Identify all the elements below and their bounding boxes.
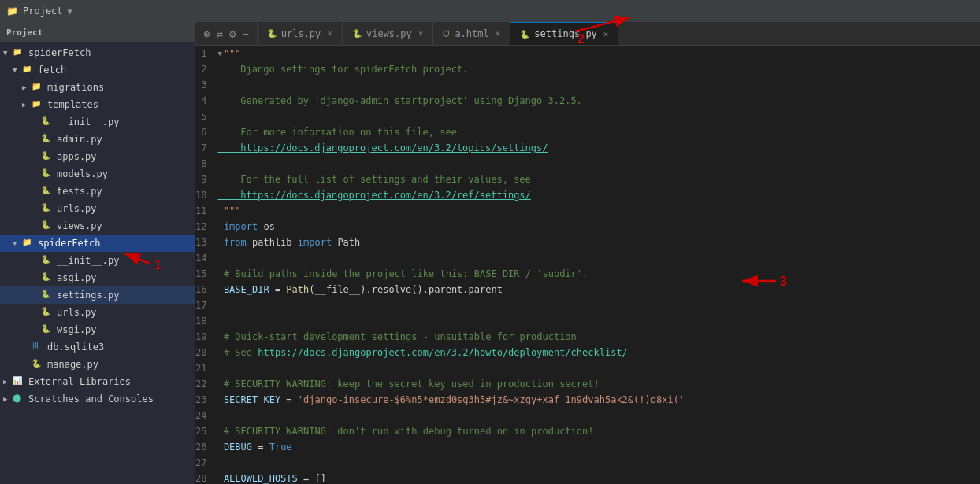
code-text: For the full list of settings and their … [217,172,530,187]
code-line-14 [217,250,974,266]
code-line-25: # SECURITY WARNING: don't run with debug… [217,423,974,439]
sidebar-header: Project [0,22,195,42]
code-text: """ [224,46,241,61]
title-bar-left: 📁 Project ▼ [6,6,72,17]
code-line-15: # Build paths inside the project like th… [217,266,974,282]
sidebar-item-spiderfetch[interactable]: ▼ 📁 spiderFetch [0,235,195,252]
py-file-icon: 🐍 [41,307,54,318]
sidebar-item-init-fetch[interactable]: 🐍 __init__.py [0,113,195,131]
code-text: import [298,235,338,250]
tab-views[interactable]: 🐍 views.py ✕ [343,22,433,45]
folder-icon: 📁 [32,82,44,93]
sidebar-item-urls-fetch[interactable]: 🐍 urls.py [0,200,195,217]
globe-icon[interactable]: ⊕ [203,28,210,40]
sidebar-item-admin[interactable]: 🐍 admin.py [0,131,195,148]
sidebar-item-label: admin.py [57,134,102,145]
py-file-icon: 🐍 [32,359,44,370]
project-label: Project [23,6,63,17]
fold-arrow-icon [217,266,221,282]
editor-content: 12345 678910 1112131415 1617181920 21222… [195,46,980,484]
tab-file-icon: 🐍 [352,29,362,38]
code-line-27 [217,455,974,471]
code-line-2: Django settings for spiderFetch project. [217,61,974,77]
folder-icon: 📁 [22,238,35,249]
folder-arrow-icon: ▼ [13,239,22,247]
sidebar-item-init-spider[interactable]: 🐍 __init__.py [0,252,195,269]
code-text: For more information on this file, see [217,124,456,140]
folder-arrow-icon: ▶ [22,101,32,109]
main-layout: Project ▼ 📁 spiderFetch ▼ 📁 fetch ▶ [0,22,980,484]
code-line-12: import os [217,219,974,235]
sidebar-item-models[interactable]: 🐍 models.py [0,165,195,183]
sidebar-item-manage[interactable]: 🐍 manage.py [0,356,195,373]
tab-settings[interactable]: 🐍 settings.py ✕ [510,22,618,45]
sidebar-item-tests[interactable]: 🐍 tests.py [0,183,195,200]
sidebar-item-label: wsgi.py [57,324,97,335]
code-text: # SECURITY WARNING: keep the secret key … [224,376,600,392]
project-dropdown-icon[interactable]: ▼ [68,7,72,16]
code-area[interactable]: ▼ """ Django settings for spiderFetch pr… [211,46,980,484]
code-text: Django settings for spiderFetch project. [217,61,468,77]
code-text: https://docs.djangoproject.com/en/3.2/ho… [258,345,628,360]
tab-close-button[interactable]: ✕ [603,29,609,39]
fold-arrow-icon [217,439,221,455]
line-numbers: 12345 678910 1112131415 1617181920 21222… [195,46,211,484]
sidebar-item-wsgi[interactable]: 🐍 wsgi.py [0,321,195,338]
code-line-11: """ [217,203,974,219]
py-file-icon: 🐍 [41,186,54,197]
tab-close-button[interactable]: ✕ [418,28,424,39]
code-text: Generated by 'django-admin startproject'… [217,93,581,109]
sidebar-item-views-fetch[interactable]: 🐍 views.py [0,217,195,235]
fold-arrow-icon [217,235,221,250]
sidebar-item-label: fetch [38,65,66,76]
tab-close-button[interactable]: ✕ [496,28,501,39]
sidebar-item-apps[interactable]: 🐍 apps.py [0,148,195,165]
libs-icon: 📊 [13,376,25,387]
code-line-7: https://docs.djangoproject.com/en/3.2/to… [217,140,974,156]
tab-urls[interactable]: 🐍 urls.py ✕ [258,22,343,45]
split-icon[interactable]: ⇄ [216,28,222,40]
py-file-icon: 🐍 [41,134,54,145]
code-text: True [269,439,292,455]
db-file-icon: 🗄 [32,342,44,353]
sidebar-item-templates[interactable]: ▶ 📁 templates [0,96,195,113]
sidebar-item-label: manage.py [47,359,98,370]
folder-arrow-icon: ▶ [3,378,13,386]
fold-arrow-icon [217,471,221,484]
code-line-4: Generated by 'django-admin startproject'… [217,93,974,109]
fold-arrow-icon [217,376,221,392]
sidebar-item-settings[interactable]: 🐍 settings.py [0,286,195,304]
tab-close-button[interactable]: ✕ [327,28,332,39]
sidebar-item-label: urls.py [57,203,97,214]
code-text: # SECURITY WARNING: don't run with debug… [224,423,594,439]
sidebar: Project ▼ 📁 spiderFetch ▼ 📁 fetch ▶ [0,22,195,484]
code-text: DEBUG [224,439,252,455]
code-text: = [269,282,287,297]
fold-arrow-icon [217,423,221,439]
code-line-26: DEBUG = True [217,439,974,455]
project-folder-icon: 📁 [6,6,18,17]
sidebar-item-urls-spider[interactable]: 🐍 urls.py [0,304,195,321]
fold-arrow-icon [217,219,221,235]
py-file-icon: 🐍 [41,324,54,335]
code-text: # Quick-start development settings - uns… [224,329,577,345]
folder-icon: 📁 [32,99,44,110]
sidebar-item-db[interactable]: 🗄 db.sqlite3 [0,338,195,356]
sidebar-tree[interactable]: ▼ 📁 spiderFetch ▼ 📁 fetch ▶ 📁 migrations [0,42,195,484]
sidebar-item-migrations[interactable]: ▶ 📁 migrations [0,79,195,96]
sidebar-item-external-libs[interactable]: ▶ 📊 External Libraries [0,373,195,390]
tab-file-icon: 🐍 [520,30,529,39]
settings-icon[interactable]: ⚙ [229,28,236,40]
fold-arrow-icon [217,345,221,360]
sidebar-item-asgi[interactable]: 🐍 asgi.py [0,269,195,286]
sidebar-item-label: tests.py [57,186,102,197]
sidebar-item-label: spiderFetch [28,47,91,58]
folder-arrow-icon: ▶ [3,395,13,403]
tab-html[interactable]: ⬡ a.html ✕ [433,22,510,45]
code-line-8 [217,156,974,172]
tab-bar: ⊕ ⇄ ⚙ − 🐍 urls.py ✕ 🐍 views.py ✕ ⬡ [195,22,980,46]
sidebar-item-spiderfetch-root[interactable]: ▼ 📁 spiderFetch [0,44,195,61]
minimize-icon[interactable]: − [242,28,248,40]
sidebar-item-fetch[interactable]: ▼ 📁 fetch [0,61,195,79]
sidebar-item-scratches[interactable]: ▶ ⬤ Scratches and Consoles [0,390,195,408]
